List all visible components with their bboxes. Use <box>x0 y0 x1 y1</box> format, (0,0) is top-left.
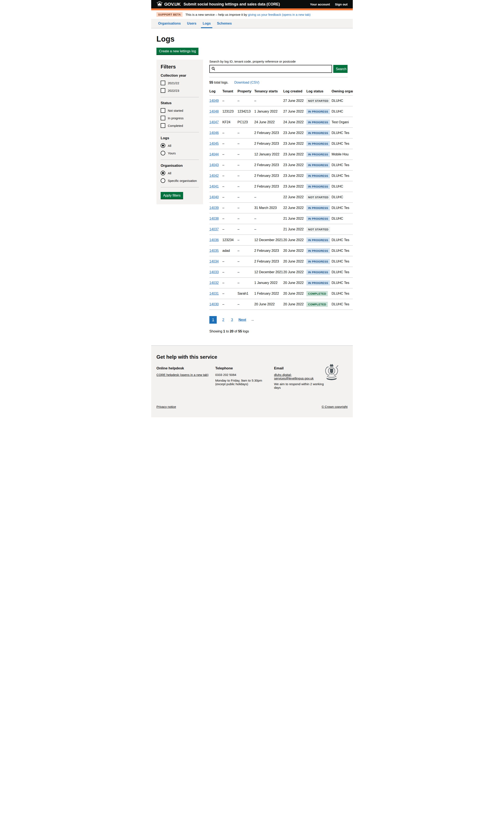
crown-copyright-link[interactable]: © Crown copyright <box>322 405 347 408</box>
log-id-link[interactable]: 14030 <box>209 302 219 306</box>
filter-option-label: All <box>168 144 172 147</box>
property-cell: Sarah1 <box>238 288 254 299</box>
log-id-link[interactable]: 14047 <box>209 120 219 124</box>
filter-option-specific-organisation[interactable]: Specific organisation <box>161 178 199 183</box>
filter-option-yours[interactable]: Yours <box>161 151 199 156</box>
privacy-notice-link[interactable]: Privacy notice <box>157 405 176 408</box>
your-account-link[interactable]: Your account <box>310 2 330 6</box>
filter-option-in-progress[interactable]: In progress <box>161 116 199 120</box>
checkbox-not-started[interactable] <box>161 108 165 113</box>
pagination-next-link[interactable]: Next <box>238 318 246 322</box>
apply-filters-button[interactable]: Apply filters <box>161 192 183 199</box>
log-id-link[interactable]: 14042 <box>209 174 219 178</box>
filter-option-label: In progress <box>168 116 184 120</box>
property-cell: – <box>238 170 254 181</box>
log-status-cell: IN PROGRESS <box>306 106 331 117</box>
status-badge: IN PROGRESS <box>306 152 330 157</box>
log-id-link[interactable]: 14049 <box>209 99 219 102</box>
log-id-link[interactable]: 14043 <box>209 163 219 167</box>
log-id-link[interactable]: 14044 <box>209 152 219 156</box>
sign-out-link[interactable]: Sign out <box>335 2 347 6</box>
download-csv-link[interactable]: Download (CSV) <box>234 81 259 84</box>
tenant-cell: – <box>222 267 238 278</box>
checkbox-completed[interactable] <box>161 123 165 128</box>
tenant-cell: – <box>222 192 238 203</box>
email-link[interactable]: dluhc.digital-services@levellingup.gov.u… <box>274 373 314 380</box>
property-cell: – <box>238 267 254 278</box>
service-name-link[interactable]: Submit social housing lettings and sales… <box>184 2 280 6</box>
log-id-cell: 14040 <box>209 192 222 203</box>
log-id-link[interactable]: 14032 <box>209 281 219 285</box>
search-input[interactable] <box>209 65 332 73</box>
table-row: 14033––12 December 202120 June 2022IN PR… <box>209 267 353 278</box>
log-created-cell: 23 June 2022 <box>283 181 306 192</box>
logs-table-container: LogTenantPropertyTenancy startsLog creat… <box>209 88 353 310</box>
log-id-link[interactable]: 14045 <box>209 142 219 145</box>
filters-divider <box>161 97 199 97</box>
govuk-logo[interactable]: GOV.UK <box>157 1 181 7</box>
search-label: Search by log ID, tenant code, property … <box>209 60 347 63</box>
log-status-cell: IN PROGRESS <box>306 138 331 149</box>
radio-all[interactable] <box>161 143 165 148</box>
table-row: 14034––2 February 202320 June 2022IN PRO… <box>209 256 353 267</box>
log-id-link[interactable]: 14035 <box>209 249 219 252</box>
filter-option-label: Yours <box>168 151 176 155</box>
main-content: Logs Create a new lettings log Filters C… <box>151 35 353 343</box>
log-id-link[interactable]: 14034 <box>209 260 219 263</box>
search-button[interactable]: Search <box>333 65 347 73</box>
create-lettings-log-button[interactable]: Create a new lettings log <box>157 48 199 55</box>
feedback-link[interactable]: giving us your feedback (opens in a new … <box>248 13 310 16</box>
search-results-divider <box>209 77 347 77</box>
log-id-link[interactable]: 14048 <box>209 109 219 113</box>
table-row: 14046––2 February 202323 June 2022IN PRO… <box>209 128 353 138</box>
log-id-link[interactable]: 14031 <box>209 292 219 295</box>
property-cell: – <box>238 160 254 170</box>
phase-banner: SUPPORT BETA This is a new service – hel… <box>151 10 353 19</box>
core-helpdesk-link[interactable]: CORE helpdesk (opens in a new tab) <box>157 373 208 376</box>
checkbox-2021-22[interactable] <box>161 81 165 85</box>
log-status-cell: IN PROGRESS <box>306 245 331 256</box>
phase-banner-text: This is a new service – help us improve … <box>185 13 310 16</box>
log-id-link[interactable]: 14036 <box>209 238 219 242</box>
tenant-cell: – <box>222 256 238 267</box>
search-box <box>209 65 332 73</box>
tenant-cell: adad <box>222 245 238 256</box>
pagination-page-2[interactable]: 2 <box>221 316 225 324</box>
log-id-link[interactable]: 14040 <box>209 195 219 199</box>
radio-all[interactable] <box>161 171 165 175</box>
property-cell: – <box>238 235 254 245</box>
nav-item-users[interactable]: Users <box>185 19 198 28</box>
log-id-link[interactable]: 14046 <box>209 131 219 135</box>
log-id-link[interactable]: 14037 <box>209 227 219 231</box>
radio-specific-organisation[interactable] <box>161 178 165 183</box>
filter-option-not-started[interactable]: Not started <box>161 108 199 113</box>
checkbox-2022-23[interactable] <box>161 88 165 93</box>
filter-option-all[interactable]: All <box>161 143 199 148</box>
log-id-link[interactable]: 14038 <box>209 217 219 220</box>
property-cell: – <box>238 256 254 267</box>
log-created-cell: 21 June 2022 <box>283 213 306 224</box>
table-row: 14041––2 February 202323 June 2022IN PRO… <box>209 181 353 192</box>
status-badge: IN PROGRESS <box>306 280 330 285</box>
column-header-tenancy-starts: Tenancy starts <box>254 88 283 96</box>
log-id-link[interactable]: 14041 <box>209 185 219 188</box>
log-status-cell: IN PROGRESS <box>306 170 331 181</box>
log-id-link[interactable]: 14039 <box>209 206 219 209</box>
status-badge: IN PROGRESS <box>306 109 330 114</box>
pagination-page-1[interactable]: 1 <box>209 316 217 324</box>
log-id-cell: 14049 <box>209 96 222 106</box>
log-status-cell: IN PROGRESS <box>306 213 331 224</box>
status-badge: NOT STARTED <box>306 227 330 232</box>
nav-item-schemes[interactable]: Schemes <box>215 19 233 28</box>
filter-option-2021-22[interactable]: 2021/22 <box>161 81 199 85</box>
pagination-page-3[interactable]: 3 <box>230 316 234 324</box>
filter-option-completed[interactable]: Completed <box>161 123 199 128</box>
log-id-cell: 14046 <box>209 128 222 138</box>
filter-option-2022-23[interactable]: 2022/23 <box>161 88 199 93</box>
log-id-link[interactable]: 14033 <box>209 270 219 274</box>
filter-option-all[interactable]: All <box>161 171 199 175</box>
nav-item-organisations[interactable]: Organisations <box>157 19 182 28</box>
checkbox-in-progress[interactable] <box>161 116 165 120</box>
radio-yours[interactable] <box>161 151 165 156</box>
nav-item-logs[interactable]: Logs <box>201 19 212 28</box>
